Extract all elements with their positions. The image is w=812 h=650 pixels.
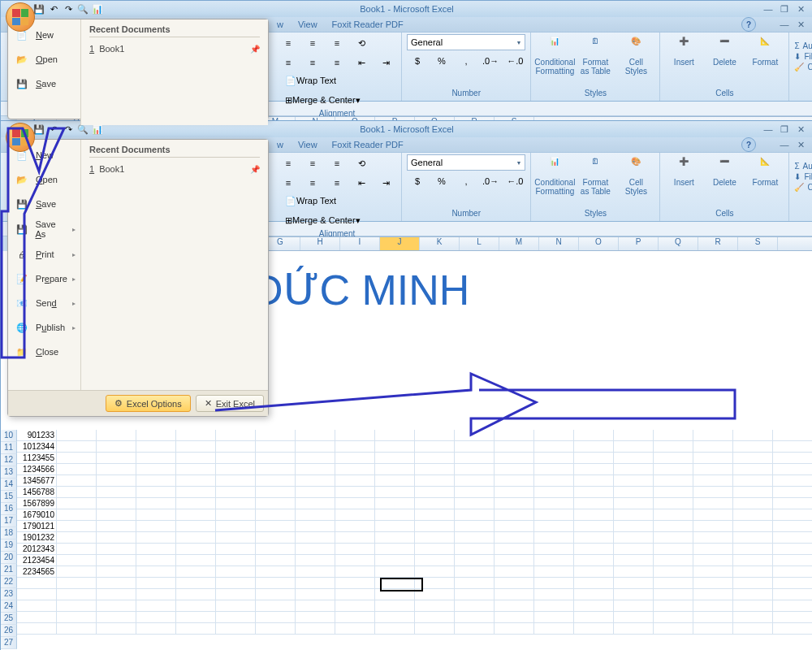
cell[interactable] — [574, 612, 614, 623]
cell[interactable] — [176, 566, 216, 578]
cell[interactable] — [57, 464, 97, 475]
cell[interactable] — [534, 430, 574, 441]
cell[interactable] — [57, 600, 97, 612]
cell[interactable] — [335, 578, 375, 589]
cell[interactable] — [97, 612, 136, 623]
cell[interactable] — [136, 578, 176, 589]
cell[interactable] — [57, 544, 97, 555]
cell[interactable] — [216, 623, 256, 635]
cell[interactable] — [296, 464, 335, 475]
cell[interactable] — [495, 566, 534, 578]
format-button[interactable]: 📐Format — [746, 34, 784, 69]
cell[interactable] — [574, 600, 614, 612]
cell[interactable] — [574, 430, 614, 441]
cell[interactable] — [614, 441, 654, 453]
cell[interactable] — [57, 509, 97, 521]
cell[interactable] — [534, 544, 574, 555]
cell[interactable] — [375, 600, 415, 612]
align-top-icon[interactable]: ≡ — [278, 154, 299, 172]
cell[interactable] — [455, 441, 495, 453]
restore-button[interactable]: ❐ — [777, 124, 792, 135]
cell[interactable] — [57, 430, 97, 441]
menu-open[interactable]: 📂Open — [10, 47, 79, 72]
cell[interactable] — [733, 453, 773, 464]
cell[interactable] — [733, 475, 773, 487]
conditional-formatting-button[interactable]: 📊Conditional Formatting — [536, 154, 573, 198]
cell[interactable] — [733, 623, 773, 635]
cell[interactable] — [495, 453, 534, 464]
cell[interactable] — [574, 498, 614, 509]
cell[interactable] — [335, 521, 375, 532]
cell[interactable] — [375, 612, 415, 623]
cell[interactable] — [415, 453, 455, 464]
cell[interactable] — [654, 430, 693, 441]
row-header[interactable]: 22 — [1, 576, 17, 588]
cell[interactable] — [216, 453, 256, 464]
cell[interactable] — [654, 566, 693, 578]
menu-prepare[interactable]: 📝Prepare — [10, 266, 79, 291]
cell[interactable] — [216, 612, 256, 623]
cell[interactable] — [773, 441, 812, 453]
cell[interactable] — [614, 475, 654, 487]
cell[interactable] — [415, 441, 455, 453]
row-header[interactable]: 12 — [1, 454, 17, 466]
cell[interactable] — [614, 623, 654, 635]
cell[interactable] — [733, 612, 773, 623]
cell[interactable] — [176, 544, 216, 555]
cell[interactable] — [97, 521, 136, 532]
cell[interactable] — [256, 623, 296, 635]
delete-button[interactable]: ➖Delete — [706, 34, 743, 69]
cell[interactable]: 1456788 — [17, 487, 57, 498]
cell[interactable] — [136, 589, 176, 600]
number-format-combo[interactable]: General▼ — [407, 154, 525, 171]
cell[interactable] — [654, 623, 693, 635]
cell[interactable] — [495, 589, 534, 600]
cell[interactable] — [773, 589, 812, 600]
column-header[interactable]: Q — [659, 237, 698, 250]
cell[interactable] — [97, 453, 136, 464]
indent-dec-icon[interactable]: ⇤ — [351, 54, 372, 72]
align-center-icon[interactable]: ≡ — [302, 54, 323, 72]
cell[interactable] — [495, 532, 534, 544]
print-preview-icon[interactable]: 🔍 — [77, 124, 89, 135]
tab-view-extra[interactable]: w — [277, 20, 283, 29]
align-mid-icon[interactable]: ≡ — [302, 34, 323, 52]
inc-decimal-icon[interactable]: .0→ — [480, 172, 501, 190]
align-bot-icon[interactable]: ≡ — [326, 154, 348, 172]
cell-styles-button[interactable]: 🎨Cell Styles — [617, 154, 654, 198]
cell[interactable] — [455, 430, 495, 441]
cell[interactable] — [574, 521, 614, 532]
cell[interactable] — [296, 600, 335, 612]
minimize-button[interactable]: — — [761, 3, 775, 15]
cell[interactable] — [136, 509, 176, 521]
cell[interactable] — [335, 612, 375, 623]
cell[interactable] — [176, 555, 216, 566]
cell[interactable] — [57, 589, 97, 600]
cell[interactable] — [455, 464, 495, 475]
cell[interactable] — [534, 589, 574, 600]
cell[interactable] — [693, 532, 733, 544]
cell[interactable] — [733, 498, 773, 509]
cell[interactable] — [375, 623, 415, 635]
cell[interactable] — [216, 487, 256, 498]
cell[interactable] — [574, 453, 614, 464]
dec-decimal-icon[interactable]: ←.0 — [504, 172, 525, 190]
cell[interactable] — [57, 566, 97, 578]
cell[interactable]: 1901232 — [17, 532, 57, 544]
cell[interactable] — [654, 521, 693, 532]
cell[interactable] — [654, 509, 693, 521]
cell[interactable] — [176, 612, 216, 623]
cell[interactable] — [17, 600, 57, 612]
tab-foxit-pdf[interactable]: Foxit Reader PDF — [332, 20, 404, 29]
align-center-icon[interactable]: ≡ — [302, 174, 323, 192]
cell[interactable] — [693, 600, 733, 612]
cell[interactable] — [693, 475, 733, 487]
cell[interactable]: 901233 — [17, 430, 57, 441]
cell[interactable] — [176, 430, 216, 441]
cell[interactable] — [256, 578, 296, 589]
align-top-icon[interactable]: ≡ — [278, 34, 299, 52]
cell[interactable] — [455, 578, 495, 589]
cell[interactable] — [57, 555, 97, 566]
cell[interactable] — [136, 521, 176, 532]
cell[interactable] — [614, 566, 654, 578]
